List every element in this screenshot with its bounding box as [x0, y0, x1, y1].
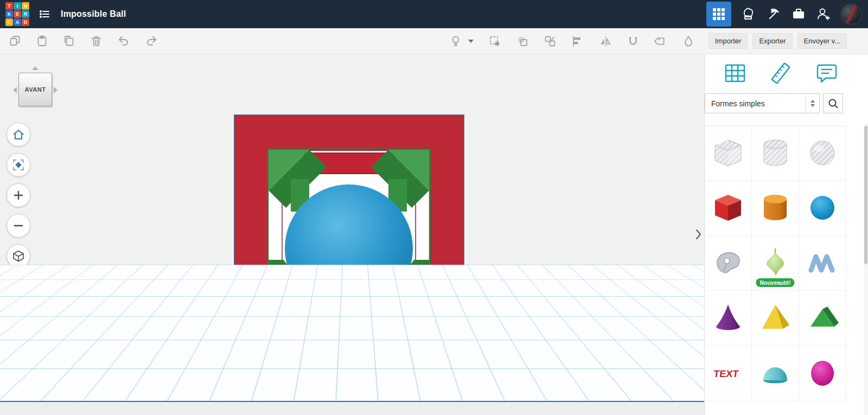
viewcube-up-arrow[interactable]	[32, 66, 39, 70]
settings-button[interactable]: Paramètres	[638, 369, 692, 381]
snap-caret-icon	[683, 391, 687, 393]
shape-dome-teal[interactable]	[752, 346, 799, 400]
panel-header: Importer Exporter Envoyer v...	[704, 28, 868, 54]
shape-sphere-transparent[interactable]	[799, 126, 846, 181]
shape-spinning-top[interactable]: Nouveauté!	[752, 236, 799, 291]
paste-icon[interactable]	[36, 35, 48, 47]
magnet-icon[interactable]	[627, 35, 640, 48]
shape-box-red[interactable]	[705, 181, 752, 236]
logo-tile: R	[22, 10, 29, 18]
mirror-icon[interactable]	[599, 35, 612, 48]
tag-icon[interactable]	[654, 35, 667, 48]
avatar[interactable]	[841, 4, 861, 24]
shape-cylinder-orange[interactable]	[752, 181, 799, 236]
grid-view-icon[interactable]	[722, 60, 748, 86]
dropdown-stepper-icon[interactable]	[805, 94, 819, 113]
shape-box-transparent[interactable]	[705, 126, 752, 181]
panel-mode-icons	[705, 54, 868, 90]
perspective-toggle-button[interactable]	[7, 244, 30, 268]
align-icon[interactable]	[571, 35, 584, 48]
design-title[interactable]: Impossible Ball	[61, 9, 126, 19]
model-impossible-ball[interactable]	[234, 114, 464, 346]
snap-grid-row: Grille D'accrochage 1,0 mm	[578, 386, 691, 398]
logo-tile: K	[5, 10, 13, 18]
notes-icon[interactable]	[814, 60, 840, 86]
view-cube[interactable]: AVANT	[15, 66, 55, 110]
snap-grid-label: Grille D'accrochage	[578, 388, 640, 396]
show-hide-bulb-icon[interactable]	[449, 35, 462, 48]
import-button[interactable]: Importer	[709, 33, 748, 49]
logo-tile: I	[14, 2, 21, 10]
shape-cone-purple[interactable]	[705, 291, 752, 346]
tinkercad-logo[interactable]: T I N K E R C A D	[5, 2, 29, 26]
shape-sphere-blue[interactable]	[799, 181, 846, 236]
menu-list-icon[interactable]	[38, 8, 51, 21]
workplane-front	[0, 402, 704, 415]
zoom-out-button[interactable]	[7, 214, 30, 238]
shapes-panel: Formes simples	[704, 54, 868, 415]
delete-icon[interactable]	[90, 35, 103, 47]
shape-paraboloid-magenta[interactable]	[799, 346, 846, 400]
viewcube-left-arrow[interactable]	[13, 87, 17, 93]
home-view-button[interactable]	[7, 123, 30, 146]
viewcube-front-face[interactable]: AVANT	[18, 73, 52, 106]
edit-toolbar	[0, 28, 704, 54]
clipboard-tools	[9, 28, 158, 54]
redo-icon[interactable]	[145, 35, 158, 48]
briefcase-icon[interactable]	[791, 7, 806, 22]
send-button[interactable]: Envoyer v...	[797, 33, 847, 49]
z-axis-line	[348, 346, 349, 401]
shape-category-dropdown[interactable]: Formes simples	[705, 93, 820, 113]
zoom-in-button[interactable]	[7, 183, 30, 207]
export-button[interactable]: Exporter	[752, 33, 792, 49]
shape-scribble[interactable]	[705, 236, 752, 291]
undo-icon[interactable]	[117, 35, 130, 48]
panel-collapse-handle[interactable]	[693, 224, 703, 245]
logo-tile: A	[14, 18, 21, 26]
svg-text:TEXT: TEXT	[713, 368, 739, 379]
ruler-icon[interactable]	[768, 60, 794, 86]
shape-cylinder-transparent[interactable]	[752, 126, 799, 181]
pickaxe-icon[interactable]	[766, 7, 781, 22]
panel-scrollbar-thumb[interactable]	[864, 126, 867, 264]
snap-grid-select[interactable]: 1,0 mm	[644, 386, 691, 398]
shape-category-value: Formes simples	[705, 99, 805, 108]
new-badge: Nouveauté!	[756, 278, 794, 287]
shape-pyramid-yellow[interactable]	[752, 291, 799, 346]
top-bar: T I N K E R C A D Impossible Ball	[0, 0, 868, 28]
viewcube-right-arrow[interactable]	[54, 87, 58, 93]
bulb-caret-icon[interactable]	[468, 40, 474, 43]
duplicate-icon[interactable]	[63, 35, 75, 47]
logo-tile: E	[14, 10, 21, 18]
shape-squiggle[interactable]	[799, 236, 846, 291]
logo-tile: N	[22, 2, 29, 10]
shape-roof-green[interactable]	[799, 291, 846, 346]
select-box-icon[interactable]	[488, 35, 501, 48]
snap-grid-value: 1,0 mm	[648, 388, 670, 396]
object-tools	[449, 28, 695, 54]
copy-icon[interactable]	[9, 35, 21, 47]
shape-text-red[interactable]: TEXT	[705, 346, 752, 400]
search-button[interactable]	[823, 93, 843, 113]
logo-tile: T	[5, 2, 13, 10]
paint-drop-icon[interactable]	[682, 35, 695, 48]
viewport-canvas[interactable]: AVANT Paramètres Grille D'accrochage 1,0…	[0, 54, 704, 415]
group-icon[interactable]	[516, 35, 529, 48]
logo-tile: C	[5, 18, 13, 26]
fit-view-button[interactable]	[7, 153, 30, 177]
topbar-actions	[706, 2, 868, 27]
mitten-icon[interactable]	[741, 7, 756, 22]
shape-grid: Nouveauté!	[705, 126, 846, 415]
panel-scrollbar[interactable]	[864, 124, 868, 415]
logo-tile: D	[22, 18, 29, 26]
apps-grid-icon[interactable]	[706, 2, 731, 27]
shape-filter-row: Formes simples	[705, 90, 868, 119]
add-person-icon[interactable]	[816, 7, 831, 22]
ungroup-icon[interactable]	[544, 35, 557, 48]
